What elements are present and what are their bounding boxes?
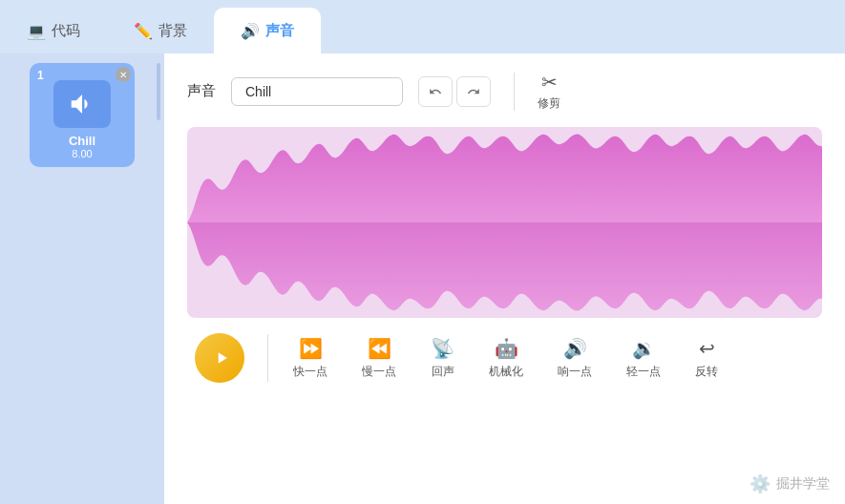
faster-control[interactable]: ⏩ 快一点 bbox=[276, 337, 345, 380]
waveform-container[interactable] bbox=[187, 127, 822, 318]
controls-divider bbox=[267, 334, 268, 382]
top-controls: 声音 ✂ 修剪 bbox=[187, 71, 822, 112]
tab-bar: 💻 代码 ✏️ 背景 🔊 声音 bbox=[0, 0, 845, 53]
slower-control[interactable]: ⏪ 慢一点 bbox=[345, 337, 413, 380]
softer-control[interactable]: 🔉 轻一点 bbox=[609, 337, 678, 380]
sidebar: 1 ✕ Chill 8.00 bbox=[0, 53, 164, 504]
trim-label: 修剪 bbox=[538, 95, 560, 112]
audio-icon-box bbox=[53, 80, 111, 128]
watermark: ⚙️ 掘井学堂 bbox=[750, 473, 830, 494]
nav-prev-button[interactable] bbox=[418, 76, 453, 107]
reverse-icon: ↩ bbox=[699, 337, 715, 360]
tab-bg[interactable]: ✏️ 背景 bbox=[107, 8, 214, 53]
sound-input[interactable] bbox=[231, 77, 403, 106]
play-button[interactable] bbox=[195, 333, 244, 383]
bottom-controls: ⏩ 快一点 ⏪ 慢一点 📡 回声 🤖 机械化 🔊 响一点 🔉 轻一点 bbox=[187, 333, 822, 383]
sidebar-scrollbar[interactable] bbox=[157, 63, 160, 120]
redo-icon bbox=[467, 85, 480, 98]
slower-label: 慢一点 bbox=[362, 364, 396, 380]
slower-icon: ⏪ bbox=[368, 337, 391, 360]
trim-button[interactable]: ✂ 修剪 bbox=[538, 71, 560, 112]
main-layout: 1 ✕ Chill 8.00 声音 bbox=[0, 53, 845, 504]
robot-control[interactable]: 🤖 机械化 bbox=[472, 337, 540, 380]
louder-label: 响一点 bbox=[558, 364, 592, 380]
audio-card[interactable]: 1 ✕ Chill 8.00 bbox=[30, 63, 135, 167]
tab-bg-label: 背景 bbox=[158, 22, 187, 40]
vertical-divider bbox=[514, 73, 515, 111]
nav-next-button[interactable] bbox=[456, 76, 491, 107]
echo-label: 回声 bbox=[432, 364, 454, 380]
undo-icon bbox=[429, 85, 442, 98]
close-button[interactable]: ✕ bbox=[116, 67, 131, 82]
waveform-svg bbox=[187, 127, 822, 318]
card-duration: 8.00 bbox=[72, 148, 92, 159]
sound-icon: 🔊 bbox=[241, 22, 260, 40]
play-icon bbox=[212, 348, 231, 368]
echo-icon: 📡 bbox=[431, 337, 454, 360]
robot-label: 机械化 bbox=[489, 364, 523, 380]
nav-buttons bbox=[418, 76, 491, 107]
faster-label: 快一点 bbox=[293, 364, 327, 380]
louder-icon: 🔊 bbox=[563, 337, 587, 360]
louder-control[interactable]: 🔊 响一点 bbox=[540, 337, 609, 380]
card-number: 1 bbox=[37, 69, 44, 82]
softer-label: 轻一点 bbox=[626, 364, 661, 380]
code-icon: 💻 bbox=[27, 22, 46, 40]
footer-logo: 掘井学堂 bbox=[776, 475, 830, 493]
sound-label: 声音 bbox=[187, 82, 216, 100]
card-name: Chill bbox=[69, 134, 95, 148]
speaker-icon bbox=[68, 90, 96, 118]
reverse-label: 反转 bbox=[695, 364, 718, 380]
tab-sound-label: 声音 bbox=[265, 22, 294, 40]
scissors-icon: ✂ bbox=[541, 71, 558, 94]
tab-code[interactable]: 💻 代码 bbox=[0, 8, 107, 53]
bg-icon: ✏️ bbox=[134, 22, 153, 40]
tab-sound[interactable]: 🔊 声音 bbox=[214, 8, 321, 53]
softer-icon: 🔉 bbox=[632, 337, 656, 360]
reverse-control[interactable]: ↩ 反转 bbox=[678, 337, 735, 380]
content-area: 声音 ✂ 修剪 bbox=[164, 53, 845, 504]
echo-control[interactable]: 📡 回声 bbox=[413, 337, 472, 380]
robot-icon: 🤖 bbox=[495, 337, 518, 360]
tab-code-label: 代码 bbox=[52, 22, 80, 40]
faster-icon: ⏩ bbox=[299, 337, 323, 360]
